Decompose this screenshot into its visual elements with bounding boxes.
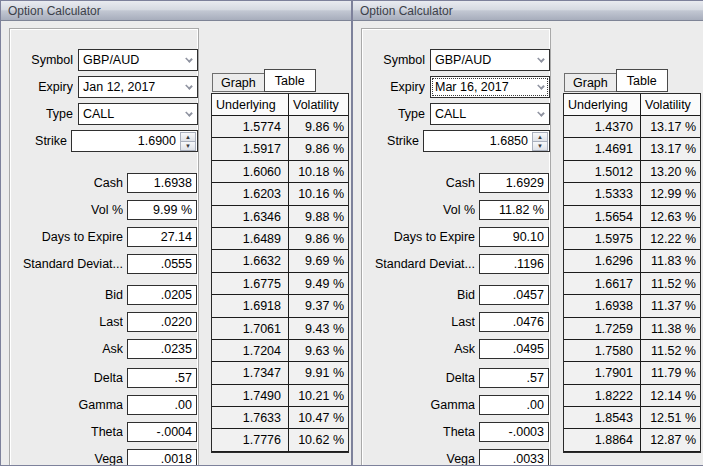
table-row[interactable]: 1.59179.86 %: [212, 138, 348, 160]
table-row[interactable]: 1.63469.88 %: [212, 206, 348, 228]
strike-stepper[interactable]: 1.6850 ▲ ▼: [423, 130, 550, 152]
expiry-select[interactable]: Jan 12, 2017: [78, 76, 198, 98]
symbol-label: Symbol: [9, 49, 73, 71]
table-row[interactable]: 1.763310.47 %: [212, 407, 348, 429]
gamma-field[interactable]: .00: [127, 395, 197, 415]
days-to-expire-field[interactable]: 90.10: [479, 227, 549, 247]
underlying-cell: 1.7633: [212, 407, 289, 428]
volatility-cell: 9.86 %: [289, 228, 348, 249]
table-row[interactable]: 1.886412.87 %: [564, 429, 700, 451]
standard-deviation-label: Standard Deviat...: [363, 254, 475, 274]
table-row[interactable]: 1.777610.62 %: [212, 429, 348, 451]
chevron-down-icon: [185, 82, 193, 90]
table-row[interactable]: 1.67759.49 %: [212, 273, 348, 295]
tab-graph[interactable]: Graph: [212, 73, 265, 92]
underlying-cell: 1.6617: [564, 273, 641, 294]
table-row[interactable]: 1.501213.20 %: [564, 161, 700, 183]
table-row[interactable]: 1.533312.99 %: [564, 183, 700, 205]
chevron-down-icon: [185, 55, 193, 63]
expiry-select[interactable]: Mar 16, 2017: [430, 76, 550, 98]
table-row[interactable]: 1.854312.51 %: [564, 407, 700, 429]
table-row[interactable]: 1.437013.17 %: [564, 116, 700, 138]
cash-label: Cash: [363, 173, 475, 193]
volatility-column-header[interactable]: Volatility: [289, 94, 348, 115]
table-row[interactable]: 1.822212.14 %: [564, 385, 700, 407]
symbol-select[interactable]: GBP/AUD: [430, 49, 550, 71]
table-row[interactable]: 1.57749.86 %: [212, 116, 348, 138]
underlying-cell: 1.5654: [564, 206, 641, 227]
spin-down-icon[interactable]: ▼: [180, 142, 196, 151]
gamma-field[interactable]: .00: [479, 395, 549, 415]
spin-up-icon[interactable]: ▲: [532, 132, 548, 142]
tab-table[interactable]: Table: [616, 69, 668, 92]
last-field[interactable]: .0220: [127, 312, 197, 332]
expiry-label: Expiry: [9, 76, 73, 98]
standard-deviation-field[interactable]: .0555: [127, 254, 197, 274]
table-row[interactable]: 1.73479.91 %: [212, 362, 348, 384]
delta-field[interactable]: .57: [127, 368, 197, 388]
volatility-cell: 12.51 %: [641, 407, 700, 428]
table-row[interactable]: 1.749010.21 %: [212, 385, 348, 407]
spin-down-icon[interactable]: ▼: [532, 142, 548, 151]
gamma-label: Gamma: [11, 395, 123, 415]
chevron-down-icon: [537, 109, 545, 117]
delta-label: Delta: [363, 368, 475, 388]
bid-field[interactable]: .0205: [127, 285, 197, 305]
type-label: Type: [361, 103, 425, 125]
table-row[interactable]: 1.69189.37 %: [212, 295, 348, 317]
table-row[interactable]: 1.725911.38 %: [564, 318, 700, 340]
cash-field[interactable]: 1.6929: [479, 173, 549, 193]
table-row[interactable]: 1.661711.52 %: [564, 273, 700, 295]
volatility-cell: 9.63 %: [289, 340, 348, 361]
last-field[interactable]: .0476: [479, 312, 549, 332]
strike-stepper[interactable]: 1.6900 ▲ ▼: [71, 130, 198, 152]
table-row[interactable]: 1.64899.86 %: [212, 228, 348, 250]
cash-field[interactable]: 1.6938: [127, 173, 197, 193]
days-to-expire-field[interactable]: 27.14: [127, 227, 197, 247]
volatility-cell: 9.86 %: [289, 116, 348, 137]
spin-up-icon[interactable]: ▲: [180, 132, 196, 142]
last-label: Last: [363, 312, 475, 332]
theta-field[interactable]: -.0003: [479, 422, 549, 442]
delta-field[interactable]: .57: [479, 368, 549, 388]
table-row[interactable]: 1.565412.63 %: [564, 206, 700, 228]
table-row[interactable]: 1.606010.18 %: [212, 161, 348, 183]
underlying-column-header[interactable]: Underlying: [212, 94, 289, 115]
gamma-label: Gamma: [363, 395, 475, 415]
underlying-cell: 1.5774: [212, 116, 289, 137]
standard-deviation-field[interactable]: .1196: [479, 254, 549, 274]
volatility-cell: 13.17 %: [641, 138, 700, 159]
tab-graph[interactable]: Graph: [564, 73, 617, 92]
table-row[interactable]: 1.758011.52 %: [564, 340, 700, 362]
type-select[interactable]: CALL: [430, 103, 550, 125]
theta-field[interactable]: -.0004: [127, 422, 197, 442]
vega-field[interactable]: .0033: [479, 449, 549, 466]
vega-field[interactable]: .0018: [127, 449, 197, 466]
window-titlebar[interactable]: Option Calculator: [353, 1, 703, 21]
window-titlebar[interactable]: Option Calculator: [1, 1, 351, 21]
symbol-value: GBP/AUD: [83, 50, 139, 70]
tab-table[interactable]: Table: [264, 69, 316, 92]
ask-field[interactable]: .0495: [479, 339, 549, 359]
bid-label: Bid: [11, 285, 123, 305]
vol-field[interactable]: 9.99 %: [127, 200, 197, 220]
underlying-column-header[interactable]: Underlying: [564, 94, 641, 115]
volatility-cell: 11.79 %: [641, 362, 700, 383]
table-row[interactable]: 1.693811.37 %: [564, 295, 700, 317]
vol-field[interactable]: 11.82 %: [479, 200, 549, 220]
volatility-column-header[interactable]: Volatility: [641, 94, 700, 115]
symbol-select[interactable]: GBP/AUD: [78, 49, 198, 71]
table-row[interactable]: 1.469113.17 %: [564, 138, 700, 160]
underlying-cell: 1.6203: [212, 183, 289, 204]
ask-field[interactable]: .0235: [127, 339, 197, 359]
table-row[interactable]: 1.72049.63 %: [212, 340, 348, 362]
table-row[interactable]: 1.597512.22 %: [564, 228, 700, 250]
table-row[interactable]: 1.629611.83 %: [564, 250, 700, 272]
vega-label: Vega: [363, 449, 475, 466]
table-row[interactable]: 1.70619.43 %: [212, 318, 348, 340]
bid-field[interactable]: .0457: [479, 285, 549, 305]
table-row[interactable]: 1.790111.79 %: [564, 362, 700, 384]
type-select[interactable]: CALL: [78, 103, 198, 125]
table-row[interactable]: 1.620310.16 %: [212, 183, 348, 205]
table-row[interactable]: 1.66329.69 %: [212, 250, 348, 272]
